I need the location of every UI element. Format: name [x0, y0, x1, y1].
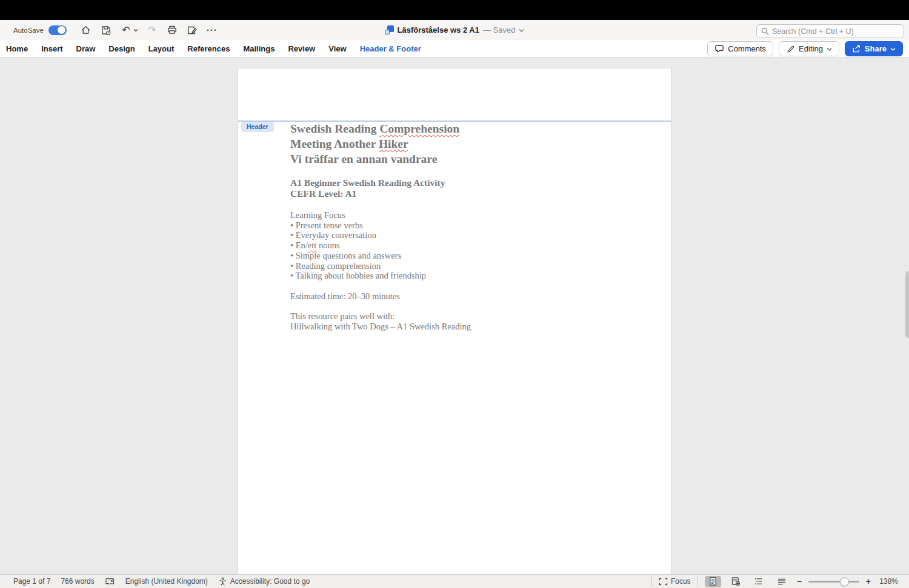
- document-line: • Simple questions and answers: [290, 251, 654, 261]
- document-page[interactable]: Header Swedish Reading ComprehensionMeet…: [238, 68, 671, 574]
- autosave-toggle[interactable]: [48, 25, 67, 35]
- share-chevron-down-icon: [890, 47, 896, 51]
- document-line: Swedish Reading Comprehension: [290, 121, 654, 136]
- tab-insert[interactable]: Insert: [41, 44, 62, 53]
- web-layout-view-button[interactable]: [728, 576, 744, 587]
- document-line: Learning Focus: [290, 210, 654, 220]
- focus-mode-button[interactable]: Focus: [659, 577, 691, 586]
- zoom-percentage[interactable]: 138%: [877, 577, 898, 586]
- document-line: CEFR Level: A1: [290, 188, 654, 200]
- zoom-slider[interactable]: [808, 577, 859, 586]
- word-application-window: AutoSave ↶ ↷ ··: [0, 0, 909, 588]
- comments-label: Comments: [728, 44, 766, 53]
- document-blank-line: [290, 281, 654, 291]
- tab-draw[interactable]: Draw: [76, 44, 96, 53]
- text-segment: A1 Beginner Swedish Reading Activity: [290, 177, 445, 188]
- save-as-icon[interactable]: [186, 24, 198, 36]
- undo-dropdown-chevron-icon[interactable]: [133, 28, 138, 32]
- text-segment: CEFR Level: A1: [290, 188, 356, 199]
- document-content[interactable]: Swedish Reading ComprehensionMeeting Ano…: [290, 121, 654, 331]
- document-line: Estimated time: 20–30 minutes: [290, 291, 654, 302]
- text-segment: This resource pairs well with:: [290, 311, 395, 321]
- misspelled-word: ett: [308, 240, 317, 250]
- search-icon: [761, 27, 769, 35]
- text-segment: Swedish Reading: [290, 122, 379, 135]
- text-segment: • Reading comprehension: [290, 261, 381, 271]
- document-line: • En/ett nouns: [290, 240, 654, 251]
- text-segment: • Everyday conversation: [290, 230, 376, 240]
- text-segment: Learning Focus: [290, 210, 345, 220]
- document-line: This resource pairs well with:: [290, 311, 654, 322]
- save-icon[interactable]: [100, 24, 112, 36]
- document-line: • Talking about hobbies and friendship: [290, 271, 654, 281]
- document-blank-line: [290, 200, 654, 210]
- status-bar: Page 1 of 7 766 words English (United Ki…: [0, 574, 909, 588]
- home-icon[interactable]: [80, 24, 92, 36]
- autosave-label: AutoSave: [13, 27, 44, 34]
- misspelled-word: Comprehension: [379, 122, 459, 135]
- share-label: Share: [865, 44, 887, 53]
- share-icon: [852, 44, 861, 53]
- misspelled-word: Hiker: [379, 137, 408, 150]
- search-box[interactable]: [756, 24, 904, 38]
- proofing-errors-icon[interactable]: [105, 578, 115, 586]
- accessibility-status[interactable]: Accessibility: Good to go: [218, 577, 310, 586]
- share-button[interactable]: Share: [845, 41, 903, 56]
- print-icon[interactable]: [166, 24, 178, 36]
- vertical-scrollbar-thumb[interactable]: [905, 271, 909, 338]
- autosave-toggle-knob: [58, 26, 65, 34]
- tab-mailings[interactable]: Mailings: [243, 44, 275, 53]
- pencil-icon: [786, 44, 795, 53]
- language-status[interactable]: English (United Kingdom): [125, 577, 208, 586]
- text-segment: Hillwalking with Two Dogs – A1 Swedish R…: [290, 322, 471, 331]
- macos-menu-bar: [0, 0, 909, 20]
- accessibility-person-icon: [218, 577, 227, 586]
- document-line: Meeting Another Hiker: [290, 136, 654, 151]
- document-line: Hillwalking with Two Dogs – A1 Swedish R…: [290, 322, 654, 332]
- zoom-out-button[interactable]: −: [797, 576, 802, 586]
- document-line: Vi träffar en annan vandrare: [290, 151, 654, 167]
- outline-view-icon: [754, 577, 764, 586]
- zoom-in-button[interactable]: +: [866, 576, 871, 586]
- editing-chevron-down-icon: [827, 47, 832, 51]
- tab-layout[interactable]: Layout: [148, 44, 175, 53]
- tab-view[interactable]: View: [328, 44, 346, 53]
- tab-design[interactable]: Design: [108, 44, 135, 53]
- tab-references[interactable]: References: [187, 44, 230, 53]
- text-segment: • Talking about hobbies and friendship: [290, 271, 426, 280]
- undo-icon[interactable]: ↶: [120, 24, 132, 36]
- document-line: • Reading comprehension: [290, 261, 654, 271]
- editing-mode-button[interactable]: Editing: [779, 41, 839, 56]
- zoom-slider-thumb[interactable]: [840, 577, 849, 586]
- ribbon-tab-bar: HomeInsertDrawDesignLayoutReferencesMail…: [0, 40, 909, 58]
- focus-label: Focus: [671, 577, 691, 586]
- text-segment: • Simple questions and answers: [290, 251, 401, 260]
- document-line: • Present tense verbs: [290, 220, 654, 231]
- accessibility-label: Accessibility: Good to go: [230, 577, 310, 586]
- zoom-slider-track: [808, 581, 859, 583]
- tab-header-footer[interactable]: Header & Footer: [360, 44, 421, 53]
- search-input[interactable]: [772, 27, 893, 36]
- comments-button[interactable]: Comments: [707, 41, 773, 56]
- document-line: A1 Beginner Swedish Reading Activity: [290, 177, 654, 189]
- more-commands-icon[interactable]: ···: [206, 24, 218, 36]
- document-canvas: Header Swedish Reading ComprehensionMeet…: [0, 58, 909, 574]
- draft-view-button[interactable]: [774, 576, 790, 587]
- redo-icon: ↷: [146, 24, 158, 36]
- text-segment: • Present tense verbs: [290, 220, 363, 230]
- print-layout-icon: [708, 576, 718, 586]
- outline-view-button[interactable]: [751, 576, 767, 587]
- statusbar-separator: [698, 577, 698, 586]
- text-segment: nouns: [316, 240, 339, 250]
- text-segment: Estimated time: 20–30 minutes: [290, 291, 400, 301]
- tab-review[interactable]: Review: [288, 44, 315, 53]
- document-blank-line: [290, 301, 654, 311]
- editing-label: Editing: [799, 44, 823, 53]
- document-line: • Everyday conversation: [290, 230, 654, 240]
- page-number-status[interactable]: Page 1 of 7: [13, 577, 50, 586]
- document-blank-line: [290, 167, 654, 177]
- statusbar-separator: [651, 577, 652, 586]
- print-layout-view-button[interactable]: [705, 576, 721, 587]
- tab-home[interactable]: Home: [6, 44, 28, 53]
- word-count-status[interactable]: 766 words: [61, 577, 94, 586]
